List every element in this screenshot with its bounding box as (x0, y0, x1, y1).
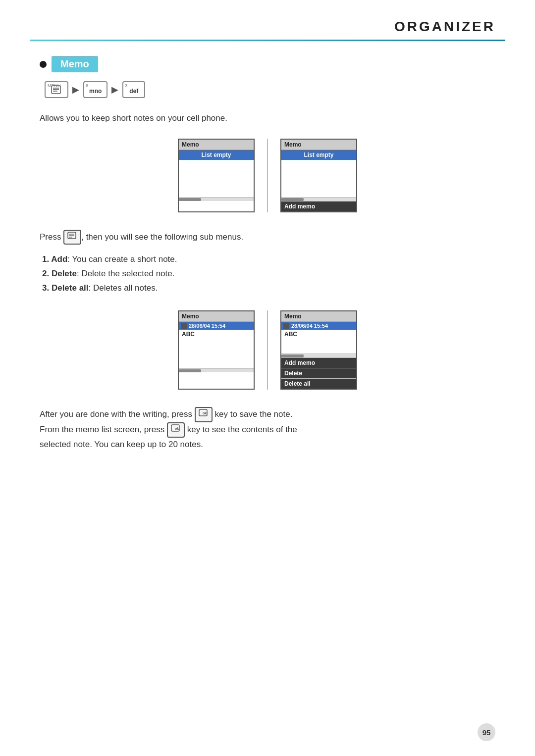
phone-screen-1: Memo List empty (178, 139, 255, 212)
key-6mno-icon: 6 mno (83, 81, 107, 98)
screen3-body (179, 339, 254, 368)
screen4-body (281, 339, 356, 353)
page-header: ORGANIZER (0, 0, 535, 40)
press-key-icon (63, 230, 81, 245)
screen1-title: Memo (179, 140, 254, 150)
screen1-body (179, 160, 254, 197)
screen4-add-memo: Add memo (281, 357, 356, 368)
bottom-description: After you are done with the writing, pre… (40, 407, 495, 451)
ok-key-icon-1: ok (195, 407, 213, 422)
menu-key-label: MENU (48, 83, 61, 88)
arrow-icon-1: ▶ (72, 84, 79, 95)
screen3-scrollbar (179, 368, 254, 372)
screen4-entry: 28/06/04 15:54 (281, 322, 356, 330)
svg-text:ok: ok (203, 411, 207, 415)
key-3def-label: def (129, 88, 138, 95)
page-number: 95 (478, 723, 495, 741)
bottom-desc-line1: After you are done with the writing, pre… (40, 407, 495, 422)
screen2-scrollbar (281, 197, 356, 201)
screen4-abc: ABC (281, 330, 356, 339)
screen2-list-empty: List empty (281, 150, 356, 160)
bottom-desc-line3: selected note. You can keep up to 20 not… (40, 438, 495, 451)
phone-screen-2: Memo List empty Add memo (280, 139, 357, 212)
key-6mno-label: mno (89, 88, 102, 95)
page-title: ORGANIZER (394, 19, 495, 34)
key-3def-icon: 3 def (122, 81, 145, 98)
main-content: Memo MENU ▶ 6 mno ▶ 3 def Allows you to … (0, 41, 535, 496)
arrow-icon-2: ▶ (111, 84, 118, 95)
screen1-scrollbar (179, 197, 254, 201)
screen2-add-memo: Add memo (281, 201, 356, 211)
step-1: 1. Add: You can create a short note. (42, 252, 495, 267)
steps-list: 1. Add: You can create a short note. 2. … (40, 252, 495, 296)
screen4-title: Memo (281, 311, 356, 322)
section-header: Memo (40, 56, 495, 72)
screen2-body (281, 160, 356, 197)
screens-divider-2 (267, 310, 268, 390)
screens-row-bottom: Memo 28/06/04 15:54 ABC Memo 28/06/04 15… (40, 310, 495, 390)
screen4-delete: Delete (281, 368, 356, 378)
ok-key-svg-2: ok (171, 424, 181, 432)
instruction-text: Press , then you will see the following … (40, 230, 495, 245)
ok-key-icon-2: ok (167, 422, 185, 438)
section-title: Memo (60, 58, 89, 69)
screen3-title: Memo (179, 311, 254, 322)
screens-row-top: Memo List empty Memo List empty Add memo (40, 139, 495, 212)
entry-icon (181, 323, 187, 329)
phone-screen-4: Memo 28/06/04 15:54 ABC Add memo Delete … (280, 310, 357, 390)
phone-screen-3: Memo 28/06/04 15:54 ABC (178, 310, 255, 390)
svg-text:ok: ok (175, 427, 179, 430)
screen3-entry: 28/06/04 15:54 (179, 322, 254, 330)
screen3-abc: ABC (179, 330, 254, 339)
screen1-list-empty: List empty (179, 150, 254, 160)
section-dot (40, 61, 47, 68)
description-text: Allows you to keep short notes on your c… (40, 112, 495, 125)
section-title-box: Memo (52, 56, 98, 72)
menu-key-icon: MENU (45, 81, 68, 98)
ok-key-svg-1: ok (199, 409, 209, 417)
press-memo-svg (67, 232, 77, 240)
step-3: 3. Delete all: Deletes all notes. (42, 281, 495, 296)
step-2: 2. Delete: Delete the selected note. (42, 267, 495, 281)
navigation-sequence: MENU ▶ 6 mno ▶ 3 def (45, 81, 495, 98)
screen4-scrollbar (281, 353, 356, 357)
screen2-title: Memo (281, 140, 356, 150)
screen4-delete-all: Delete all (281, 378, 356, 389)
screens-divider-1 (267, 139, 268, 212)
entry-icon-2 (283, 323, 289, 329)
bottom-desc-line2: From the memo list screen, press ok key … (40, 422, 495, 438)
